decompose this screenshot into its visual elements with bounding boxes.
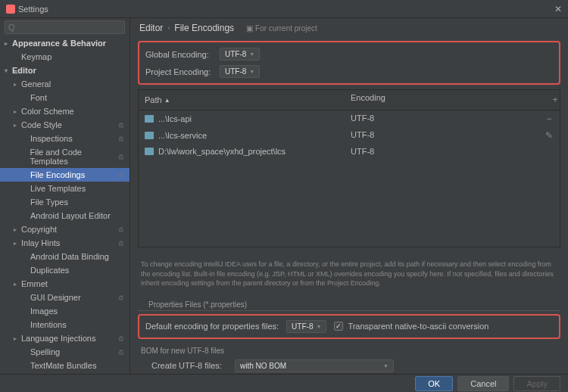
sidebar-item-intentions[interactable]: Intentions bbox=[0, 318, 130, 331]
transparent-label: Transparent native-to-ascii conversion bbox=[348, 322, 488, 331]
remove-row-button[interactable]: − bbox=[541, 112, 557, 126]
sidebar-item-general[interactable]: ▸General bbox=[0, 77, 130, 91]
chevron-down-icon: ▼ bbox=[249, 69, 254, 74]
breadcrumb-file-encodings: File Encodings bbox=[174, 23, 234, 33]
sidebar-item-label: Copyright bbox=[21, 225, 57, 234]
ok-button[interactable]: OK bbox=[415, 376, 453, 391]
create-utf8-dropdown[interactable]: with NO BOM ▼ bbox=[235, 359, 394, 372]
encoding-cell[interactable]: UTF-8 bbox=[345, 129, 541, 142]
for-current-project: ▣ For current project bbox=[246, 24, 317, 33]
column-header-encoding[interactable]: Encoding bbox=[345, 90, 541, 110]
folder-icon bbox=[145, 115, 154, 123]
breadcrumb: Editor › File Encodings ▣ For current pr… bbox=[130, 18, 568, 38]
sidebar-item-emmet[interactable]: ▸Emmet bbox=[0, 277, 130, 291]
apply-button[interactable]: Apply bbox=[513, 376, 560, 391]
gear-icon: ⛭ bbox=[117, 348, 125, 356]
table-row[interactable]: ...\lcs-serviceUTF-8✎ bbox=[139, 127, 560, 144]
sidebar-item-label: Language Injections bbox=[21, 334, 95, 343]
encoding-highlight: Global Encoding: UTF-8 ▼ Project Encodin… bbox=[138, 41, 560, 85]
caret-icon: ▸ bbox=[14, 240, 21, 247]
transparent-checkbox[interactable]: ✓ bbox=[334, 322, 343, 331]
caret-icon: ▸ bbox=[14, 122, 21, 129]
sidebar-item-color-scheme[interactable]: ▸Color Scheme bbox=[0, 104, 130, 118]
sidebar-item-file-and-code-templates[interactable]: File and Code Templates⛭ bbox=[0, 145, 130, 168]
sidebar-item-keymap[interactable]: Keymap bbox=[0, 50, 130, 64]
sidebar-item-textmate-bundles[interactable]: TextMate Bundles bbox=[0, 359, 130, 372]
path-cell: ...\lcs-api bbox=[158, 114, 192, 123]
section-bom: BOM for new UTF-8 files bbox=[130, 342, 568, 356]
sidebar-item-android-layout-editor[interactable]: Android Layout Editor bbox=[0, 209, 130, 222]
sidebar-item-editor[interactable]: ▾Editor bbox=[0, 64, 130, 77]
titlebar: Settings ✕ bbox=[0, 0, 568, 18]
gear-icon: ⛭ bbox=[117, 153, 125, 161]
project-icon: ▣ bbox=[246, 24, 253, 33]
sidebar-item-label: Appearance & Behavior bbox=[12, 39, 106, 48]
properties-highlight: Default encoding for properties files: U… bbox=[138, 314, 560, 339]
help-text: To change encoding IntelliJ IDEA uses fo… bbox=[130, 252, 568, 296]
folder-icon bbox=[145, 148, 154, 155]
sort-asc-icon: ▲ bbox=[164, 97, 170, 104]
sidebar-item-label: Editor bbox=[12, 66, 36, 75]
section-properties-files: Properties Files (*.properties) bbox=[138, 296, 560, 311]
sidebar-item-language-injections[interactable]: ▸Language Injections⛭ bbox=[0, 331, 130, 345]
dialog-footer: OK Cancel Apply bbox=[0, 374, 568, 392]
sidebar-item-images[interactable]: Images bbox=[0, 304, 130, 318]
sidebar-item-appearance-behavior[interactable]: ▸Appearance & Behavior bbox=[0, 36, 130, 50]
gear-icon: ⛭ bbox=[117, 294, 125, 302]
sidebar-item-label: Duplicates bbox=[30, 266, 69, 275]
sidebar-item-label: Live Templates bbox=[30, 184, 86, 193]
sidebar-item-label: Inlay Hints bbox=[21, 238, 60, 247]
gear-icon: ⛭ bbox=[117, 171, 125, 179]
global-encoding-dropdown[interactable]: UTF-8 ▼ bbox=[220, 48, 260, 61]
sidebar-item-label: File Encodings bbox=[30, 170, 85, 179]
path-encoding-table: Path ▲ Encoding + ...\lcs-apiUTF-8−...\l… bbox=[138, 89, 560, 247]
gear-icon: ⛭ bbox=[117, 334, 125, 343]
sidebar-item-label: Keymap bbox=[21, 52, 51, 61]
encoding-cell[interactable]: UTF-8 bbox=[345, 145, 541, 157]
sidebar-item-label: File Types bbox=[30, 198, 68, 207]
properties-encoding-dropdown[interactable]: UTF-8 ▼ bbox=[286, 320, 326, 333]
cancel-button[interactable]: Cancel bbox=[457, 376, 509, 391]
caret-icon: ▸ bbox=[14, 81, 21, 88]
sidebar-item-live-templates[interactable]: Live Templates bbox=[0, 182, 130, 195]
sidebar-item-label: Intentions bbox=[30, 320, 67, 329]
encoding-cell[interactable]: UTF-8 bbox=[345, 112, 541, 126]
search-input[interactable] bbox=[5, 20, 125, 34]
global-encoding-label: Global Encoding: bbox=[145, 50, 214, 59]
sidebar-item-inlay-hints[interactable]: ▸Inlay Hints⛭ bbox=[0, 236, 130, 250]
breadcrumb-editor[interactable]: Editor bbox=[139, 23, 163, 33]
sidebar-item-duplicates[interactable]: Duplicates bbox=[0, 263, 130, 277]
sidebar-item-copyright[interactable]: ▸Copyright⛭ bbox=[0, 222, 130, 236]
sidebar-item-label: Spelling bbox=[30, 347, 60, 356]
sidebar-item-label: TextMate Bundles bbox=[30, 361, 96, 370]
window-title: Settings bbox=[18, 5, 48, 14]
edit-row-button[interactable]: ✎ bbox=[541, 129, 557, 142]
sidebar-item-label: File and Code Templates bbox=[30, 148, 118, 166]
sidebar-item-code-style[interactable]: ▸Code Style⛭ bbox=[0, 118, 130, 132]
sidebar-item-android-data-binding[interactable]: Android Data Binding bbox=[0, 250, 130, 263]
app-icon bbox=[6, 5, 15, 14]
caret-icon: ▸ bbox=[14, 108, 21, 115]
sidebar-item-label: Inspections bbox=[30, 134, 73, 143]
sidebar-item-label: General bbox=[21, 79, 51, 89]
sidebar-item-gui-designer[interactable]: GUI Designer⛭ bbox=[0, 291, 130, 304]
sidebar-item-label: Android Layout Editor bbox=[30, 211, 111, 220]
content: Editor › File Encodings ▣ For current pr… bbox=[130, 18, 568, 374]
sidebar-item-label: Images bbox=[30, 306, 58, 316]
sidebar-item-file-encodings[interactable]: File Encodings⛭ bbox=[0, 168, 130, 182]
column-header-path[interactable]: Path ▲ bbox=[139, 90, 345, 110]
sidebar-item-spelling[interactable]: Spelling⛭ bbox=[0, 345, 130, 359]
chevron-down-icon: ▼ bbox=[383, 363, 389, 369]
caret-icon: ▸ bbox=[14, 226, 21, 233]
table-row[interactable]: ...\lcs-apiUTF-8− bbox=[139, 110, 560, 127]
project-encoding-dropdown[interactable]: UTF-8 ▼ bbox=[220, 65, 260, 78]
close-icon[interactable]: ✕ bbox=[554, 4, 562, 14]
sidebar-item-file-types[interactable]: File Types bbox=[0, 195, 130, 209]
table-row[interactable]: D:\lw\work_space\yxhd_project\lcsUTF-8 bbox=[139, 144, 560, 159]
sidebar-item-font[interactable]: Font bbox=[0, 91, 130, 104]
add-row-button[interactable]: + bbox=[548, 93, 563, 107]
sidebar-item-inspections[interactable]: Inspections⛭ bbox=[0, 132, 130, 145]
caret-icon: ▸ bbox=[5, 40, 12, 47]
sidebar-item-todo[interactable]: TODO bbox=[0, 372, 130, 374]
chevron-right-icon: › bbox=[167, 24, 170, 32]
